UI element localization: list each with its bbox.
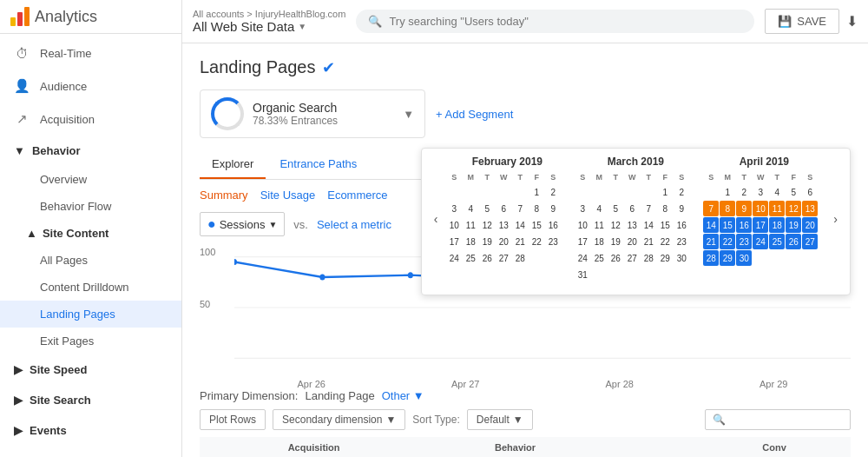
sidebar-item-site-search[interactable]: ▶ Site Search: [0, 385, 181, 415]
cal-day[interactable]: 4: [591, 201, 607, 216]
tab-explorer[interactable]: Explorer: [200, 150, 266, 179]
cal-day[interactable]: 11: [769, 201, 785, 216]
cal-day[interactable]: 22: [529, 234, 544, 249]
plot-rows-button[interactable]: Plot Rows: [200, 409, 266, 430]
sidebar-item-overview[interactable]: Overview: [0, 166, 181, 193]
select-metric-link[interactable]: Select a metric: [317, 218, 391, 231]
cal-day[interactable]: 29: [657, 250, 673, 266]
cal-day[interactable]: 26: [786, 234, 801, 249]
cal-day[interactable]: 15: [529, 217, 544, 233]
cal-day[interactable]: 25: [591, 250, 607, 266]
cal-day[interactable]: 17: [575, 234, 590, 249]
table-search-input[interactable]: [705, 409, 851, 430]
metric-select[interactable]: ● Sessions ▼: [200, 212, 285, 236]
sidebar-item-content-drilldown[interactable]: Content Drilldown: [0, 274, 181, 301]
cal-day[interactable]: 24: [575, 250, 590, 266]
cal-day[interactable]: 21: [641, 234, 656, 249]
cal-day[interactable]: 12: [786, 201, 801, 216]
cal-day[interactable]: 5: [786, 184, 801, 200]
cal-day[interactable]: 10: [575, 217, 590, 233]
cal-day[interactable]: 19: [786, 217, 801, 233]
cal-day[interactable]: 9: [674, 201, 689, 216]
sidebar-item-realtime[interactable]: ⏱ Real-Time: [0, 37, 181, 70]
sidebar-item-events[interactable]: ▶ Events: [0, 415, 181, 446]
cal-day[interactable]: 8: [657, 201, 673, 216]
segment-box[interactable]: Organic Search 78.33% Entrances ▼: [200, 89, 425, 138]
cal-day[interactable]: 3: [575, 201, 590, 216]
cal-day[interactable]: 23: [736, 234, 752, 249]
sidebar-item-acquisition[interactable]: ↗ Acquisition: [0, 103, 181, 136]
sidebar-item-behavior-flow[interactable]: Behavior Flow: [0, 193, 181, 220]
sidebar-item-behavior[interactable]: ▼ Behavior: [0, 136, 181, 166]
cal-day[interactable]: 3: [446, 201, 462, 216]
cal-day[interactable]: 10: [446, 217, 462, 233]
cal-day[interactable]: 21: [703, 234, 719, 249]
cal-day[interactable]: 9: [736, 201, 752, 216]
cal-day[interactable]: 1: [529, 184, 544, 200]
secondary-dimension-dropdown[interactable]: Secondary dimension ▼: [273, 409, 405, 430]
cal-day[interactable]: 11: [463, 217, 478, 233]
cal-day[interactable]: 14: [703, 217, 719, 233]
cal-day[interactable]: 3: [753, 184, 768, 200]
cal-day[interactable]: 1: [720, 184, 735, 200]
cal-day[interactable]: 13: [496, 217, 511, 233]
cal-day[interactable]: 7: [703, 201, 719, 216]
cal-day[interactable]: 20: [624, 234, 640, 249]
cal-day[interactable]: 2: [545, 184, 561, 200]
cal-day[interactable]: 14: [641, 217, 656, 233]
cal-day[interactable]: 14: [512, 217, 528, 233]
cal-day[interactable]: 26: [479, 250, 495, 266]
cal-day[interactable]: 11: [591, 217, 607, 233]
primary-dim-active[interactable]: Landing Page: [305, 389, 374, 402]
cal-day[interactable]: 10: [753, 201, 768, 216]
sidebar-item-site-speed[interactable]: ▶ Site Speed: [0, 354, 181, 385]
cal-day[interactable]: 12: [608, 217, 623, 233]
cal-day[interactable]: 19: [479, 234, 495, 249]
cal-day[interactable]: 19: [608, 234, 623, 249]
cal-day[interactable]: 20: [802, 217, 818, 233]
cal-day[interactable]: 22: [720, 234, 735, 249]
sidebar-item-site-content[interactable]: ▲ Site Content: [0, 220, 181, 247]
cal-day[interactable]: 6: [496, 201, 511, 216]
cal-day[interactable]: 24: [753, 234, 768, 249]
cal-day[interactable]: 26: [608, 250, 623, 266]
sub-tab-site-usage[interactable]: Site Usage: [260, 189, 316, 202]
cal-day[interactable]: 13: [624, 217, 640, 233]
sub-tab-ecommerce[interactable]: Ecommerce: [327, 189, 387, 202]
cal-day[interactable]: 25: [463, 250, 478, 266]
cal-day[interactable]: 20: [496, 234, 511, 249]
cal-day[interactable]: 18: [463, 234, 478, 249]
cal-day[interactable]: 6: [624, 201, 640, 216]
cal-day[interactable]: 9: [545, 201, 561, 216]
cal-day[interactable]: 23: [545, 234, 561, 249]
cal-day[interactable]: 27: [624, 250, 640, 266]
cal-prev-button[interactable]: ‹: [429, 210, 444, 228]
cal-day[interactable]: 16: [736, 217, 752, 233]
cal-day[interactable]: 8: [529, 201, 544, 216]
sort-type-dropdown[interactable]: Default ▼: [467, 409, 533, 430]
cal-day[interactable]: 30: [674, 250, 689, 266]
cal-day[interactable]: 29: [720, 250, 735, 266]
cal-day[interactable]: 1: [657, 184, 673, 200]
cal-day[interactable]: 2: [674, 184, 689, 200]
save-button[interactable]: 💾 SAVE: [765, 9, 839, 34]
cal-day[interactable]: 8: [720, 201, 735, 216]
cal-day[interactable]: 2: [736, 184, 752, 200]
cal-day[interactable]: 15: [720, 217, 735, 233]
cal-day[interactable]: 7: [512, 201, 528, 216]
cal-day[interactable]: 25: [769, 234, 785, 249]
cal-day[interactable]: 21: [512, 234, 528, 249]
sub-tab-summary[interactable]: Summary: [200, 189, 248, 202]
cal-day[interactable]: 5: [608, 201, 623, 216]
cal-day[interactable]: 13: [802, 201, 818, 216]
cal-day[interactable]: 27: [802, 234, 818, 249]
add-segment-button[interactable]: + Add Segment: [436, 108, 513, 121]
primary-dim-other[interactable]: Other ▼: [382, 389, 424, 402]
cal-day[interactable]: 28: [512, 250, 528, 266]
cal-day[interactable]: 5: [479, 201, 495, 216]
cal-day[interactable]: 17: [446, 234, 462, 249]
cal-day[interactable]: 7: [641, 201, 656, 216]
tab-entrance-paths[interactable]: Entrance Paths: [267, 150, 369, 179]
cal-day[interactable]: 31: [575, 267, 590, 282]
sidebar-item-audience[interactable]: 👤 Audience: [0, 70, 181, 103]
